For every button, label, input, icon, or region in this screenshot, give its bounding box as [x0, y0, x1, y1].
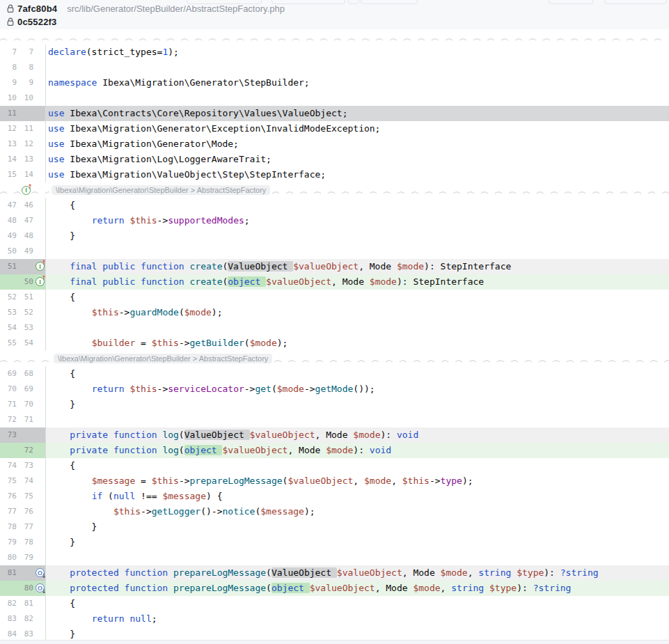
line-number-old: 10: [2, 91, 17, 106]
fold-wave: [272, 187, 669, 194]
line-number-old: 53: [2, 305, 17, 320]
code-text[interactable]: return null;: [46, 611, 669, 627]
line-number-new: 77: [19, 519, 33, 535]
code-line: 7978 }: [0, 535, 669, 550]
line-gutter: 7574: [0, 473, 46, 489]
line-number-new: 68: [19, 366, 33, 382]
line-gutter: 88: [0, 60, 46, 75]
line-gutter: 1413: [0, 152, 46, 167]
line-number-old: 11: [2, 106, 17, 121]
line-number-new: 49: [19, 244, 33, 259]
toolbar-button-outline: [348, 0, 359, 4]
code-text[interactable]: $this->guardMode($mode);: [46, 305, 669, 320]
code-text[interactable]: {: [46, 596, 669, 611]
gutter-icon-slot: [35, 443, 45, 458]
line-number-new: 51: [19, 290, 33, 305]
code-text[interactable]: protected function prepareLogMessage(obj…: [46, 581, 669, 596]
code-text[interactable]: namespace Ibexa\Migration\Generator\Step…: [46, 75, 669, 91]
commit-hash-before: 7afc80b4: [17, 3, 57, 14]
code-text[interactable]: use Ibexa\Migration\Log\LoggerAwareTrait…: [46, 152, 669, 167]
code-text[interactable]: final public function create(ValueObject…: [46, 259, 669, 274]
code-text[interactable]: {: [46, 366, 669, 382]
panel-bottom-edge: [0, 640, 669, 644]
code-line: 99namespace Ibexa\Migration\Generator\St…: [0, 75, 669, 91]
code-text[interactable]: }: [46, 535, 669, 550]
line-number-new: 50: [19, 274, 33, 290]
gutter-icon-slot: [35, 489, 45, 504]
fold-wave: [0, 355, 52, 362]
code-text[interactable]: use Ibexa\Migration\ValueObject\Step\Ste…: [46, 167, 669, 182]
gutter-icon-slot: [35, 121, 45, 136]
line-number-new: 74: [19, 473, 33, 489]
overridden-method-icon[interactable]: O↓: [36, 568, 45, 577]
code-text[interactable]: $this->getLogger()->notice($message);: [46, 504, 669, 519]
code-text[interactable]: private function log(ValueObject $valueO…: [46, 427, 669, 443]
implements-method-icon[interactable]: I↑: [36, 262, 45, 271]
code-text[interactable]: use Ibexa\Migration\Generator\Exception\…: [46, 121, 669, 136]
code-line: 81O↓ protected function prepareLogMessag…: [0, 565, 669, 581]
line-number-new: 10: [19, 91, 33, 106]
code-text[interactable]: return $this->supportedModes;: [46, 213, 669, 228]
code-text[interactable]: declare(strict_types=1);: [46, 45, 669, 60]
code-text[interactable]: [46, 60, 669, 75]
code-text[interactable]: return $this->serviceLocator->get($mode-…: [46, 382, 669, 397]
code-line: 8079: [0, 550, 669, 565]
implements-method-icon[interactable]: I↑: [36, 277, 45, 286]
line-gutter: 1514: [0, 167, 46, 182]
line-gutter: 1211: [0, 121, 46, 136]
code-text[interactable]: {: [46, 458, 669, 473]
line-number-old: 51: [2, 259, 17, 274]
code-text[interactable]: [46, 244, 669, 259]
code-text[interactable]: use Ibexa\Migration\Generator\Mode;: [46, 136, 669, 152]
folded-region-label[interactable]: \Ibexa\Migration\Generator\StepBuilder >…: [54, 354, 272, 363]
code-line: 1010: [0, 91, 669, 106]
code-text[interactable]: private function log(object $valueObject…: [46, 443, 669, 458]
code-text[interactable]: $message = $this->prepareLogMessage($val…: [46, 473, 669, 489]
code-text[interactable]: protected function prepareLogMessage(Val…: [46, 565, 669, 581]
code-text[interactable]: {: [46, 198, 669, 213]
line-gutter: 80O↓: [0, 581, 46, 596]
code-line: 5352 $this->guardMode($mode);: [0, 305, 669, 320]
gutter-icon-slot: [35, 244, 45, 259]
line-gutter: 4948: [0, 228, 46, 244]
code-text[interactable]: $builder = $this->getBuilder($mode);: [46, 336, 669, 351]
line-number-old: 83: [2, 611, 17, 627]
code-line: 11use Ibexa\Contracts\Core\Repository\Va…: [0, 106, 669, 121]
code-text[interactable]: final public function create(object $val…: [46, 274, 669, 290]
gutter-icon-slot: [35, 320, 45, 336]
folded-region-label[interactable]: \Ibexa\Migration\Generator\StepBuilder >…: [52, 185, 270, 195]
code-text[interactable]: [46, 412, 669, 427]
gutter-icon-slot: [35, 473, 45, 489]
line-gutter: 5554: [0, 336, 46, 351]
line-number-old: 13: [2, 136, 17, 152]
code-text[interactable]: }: [46, 519, 669, 535]
code-line: 4948 }: [0, 228, 669, 244]
code-line: 7271: [0, 412, 669, 427]
overridden-method-icon[interactable]: O↓: [36, 583, 45, 592]
code-text[interactable]: }: [46, 397, 669, 412]
line-number-old: 82: [2, 596, 17, 611]
code-text[interactable]: [46, 320, 669, 336]
line-number-old: 80: [2, 550, 17, 565]
arrow-up-icon: ↑: [41, 260, 47, 266]
line-number-new: 82: [19, 611, 33, 627]
code-text[interactable]: use Ibexa\Contracts\Core\Repository\Valu…: [46, 106, 669, 121]
line-gutter: 8382: [0, 611, 46, 627]
line-gutter: 50I↑: [0, 274, 46, 290]
line-number-new: 47: [19, 213, 33, 228]
code-text[interactable]: [46, 91, 669, 106]
line-gutter: 5352: [0, 305, 46, 320]
line-number-new: 69: [19, 382, 33, 397]
gutter-icon-slot: [35, 611, 45, 627]
implements-method-icon[interactable]: I↑: [22, 186, 31, 195]
code-line: 1514use Ibexa\Migration\ValueObject\Step…: [0, 167, 669, 182]
word-diff-chunk: object: [228, 276, 266, 287]
line-number-old: 55: [2, 336, 17, 351]
gutter-icon-slot: [35, 336, 45, 351]
code-text[interactable]: if (null !== $message) {: [46, 489, 669, 504]
gutter-icon-slot: [35, 60, 45, 75]
code-text[interactable]: }: [46, 228, 669, 244]
code-text[interactable]: [46, 550, 669, 565]
line-number-old: 72: [2, 412, 17, 427]
code-text[interactable]: {: [46, 290, 669, 305]
